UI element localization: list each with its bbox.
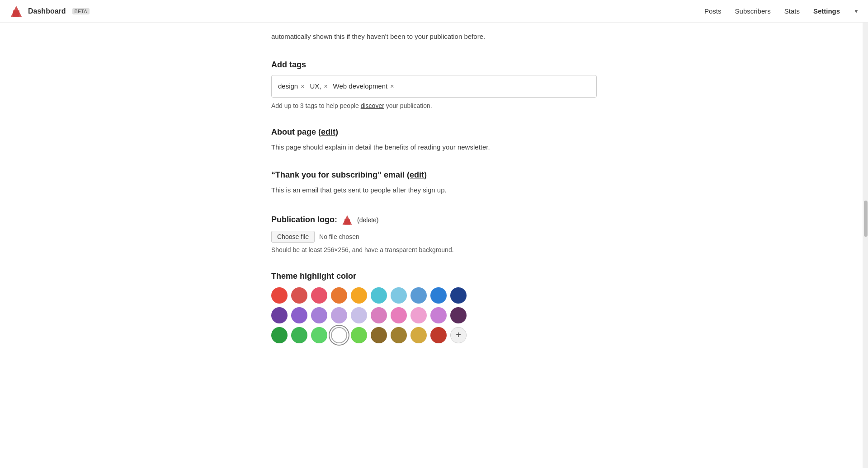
color-swatch-red1[interactable] [271, 287, 288, 304]
tag-webdev-label: Web development [333, 82, 388, 90]
tag-design-remove[interactable]: × [301, 83, 304, 90]
color-swatch-green2[interactable] [291, 327, 307, 343]
logo-thumbnail [341, 214, 354, 226]
logo-hint: Should be at least 256×256, and have a t… [271, 246, 597, 253]
nav-links: Posts Subscribers Stats Settings ▼ [704, 7, 859, 15]
thank-you-desc: This is an email that gets sent to peopl… [271, 185, 597, 196]
color-grid-row3: + [271, 327, 597, 343]
color-grid-row2 [271, 307, 597, 323]
color-swatch-yellow1[interactable] [351, 287, 367, 304]
color-swatch-lavender1[interactable] [331, 307, 347, 323]
nav-subscribers[interactable]: Subscribers [735, 7, 771, 15]
theme-color-section: Theme highlight color [271, 271, 597, 343]
nav-logo[interactable]: Dashboard BETA [9, 4, 90, 19]
publication-logo-title: Publication logo: [271, 215, 337, 225]
top-navigation: Dashboard BETA Posts Subscribers Stats S… [0, 0, 868, 23]
add-tags-section: Add tags design × UX, × Web development … [271, 60, 597, 109]
page-content: automatically shown this if they haven't… [262, 23, 606, 379]
color-swatch-purple2[interactable] [291, 307, 307, 323]
tag-webdev-remove[interactable]: × [390, 83, 394, 90]
color-swatch-gold1[interactable] [410, 327, 427, 343]
delete-logo-link[interactable]: (delete) [357, 216, 378, 224]
tag-ux: UX, × [310, 82, 327, 90]
color-swatch-darkpurple1[interactable] [450, 307, 467, 323]
color-swatch-brown1[interactable] [371, 327, 387, 343]
brand-icon [9, 4, 24, 19]
color-swatch-lime1[interactable] [351, 327, 367, 343]
publication-logo-header: Publication logo: (delete) [271, 214, 597, 226]
color-swatch-violet1[interactable] [430, 307, 447, 323]
color-swatch-lightgreen1[interactable] [311, 327, 327, 343]
tags-input-area[interactable]: design × UX, × Web development × [271, 75, 597, 98]
color-swatch-green1[interactable] [271, 327, 288, 343]
thank-you-title: “Thank you for subscribing” email (edit) [271, 170, 597, 180]
about-page-section: About page (edit) This page should expla… [271, 127, 597, 153]
color-swatch-white-selected[interactable] [331, 327, 347, 343]
color-grid-row1 [271, 287, 597, 304]
file-input-row: Choose file No file chosen [271, 231, 597, 243]
tag-webdev: Web development × [333, 82, 394, 90]
brand-name: Dashboard [28, 7, 66, 15]
scrollbar[interactable] [863, 23, 868, 379]
nav-chevron-icon: ▼ [854, 8, 859, 14]
nav-settings[interactable]: Settings [813, 7, 840, 15]
tags-hint: Add up to 3 tags to help people discover… [271, 102, 597, 109]
about-page-desc: This page should explain in detail the b… [271, 142, 597, 153]
color-swatch-purple1[interactable] [271, 307, 288, 323]
color-swatch-blue2[interactable] [430, 287, 447, 304]
color-swatch-pink3[interactable] [410, 307, 427, 323]
choose-file-button[interactable]: Choose file [271, 231, 315, 243]
about-page-title: About page (edit) [271, 127, 597, 137]
tag-ux-label: UX, [310, 82, 321, 90]
tag-ux-remove[interactable]: × [324, 83, 327, 90]
thank-you-edit-link[interactable]: edit [410, 170, 424, 179]
tag-design: design × [278, 82, 304, 90]
color-swatch-darkblue1[interactable] [450, 287, 467, 304]
scrollbar-thumb[interactable] [864, 201, 868, 237]
svg-rect-3 [344, 219, 350, 225]
color-swatch-mauve1[interactable] [371, 307, 387, 323]
color-swatch-orange1[interactable] [331, 287, 347, 304]
no-file-text: No file chosen [319, 233, 359, 240]
tag-design-label: design [278, 82, 298, 90]
color-swatch-cyan1[interactable] [371, 287, 387, 304]
color-swatch-tan1[interactable] [391, 327, 407, 343]
intro-text: automatically shown this if they haven't… [271, 23, 597, 42]
beta-badge: BETA [72, 8, 90, 14]
color-swatch-purple3[interactable] [311, 307, 327, 323]
color-swatch-blue1[interactable] [410, 287, 427, 304]
nav-posts[interactable]: Posts [704, 7, 722, 15]
color-add-button[interactable]: + [450, 327, 467, 343]
color-swatch-red2[interactable] [291, 287, 307, 304]
color-swatch-pink2[interactable] [391, 307, 407, 323]
color-swatch-crimson1[interactable] [430, 327, 447, 343]
add-tags-title: Add tags [271, 60, 597, 70]
about-page-edit-link[interactable]: edit [321, 127, 335, 136]
thank-you-section: “Thank you for subscribing” email (edit)… [271, 170, 597, 196]
color-swatch-pink1[interactable] [311, 287, 327, 304]
theme-color-title: Theme highlight color [271, 271, 597, 281]
svg-rect-1 [13, 10, 19, 17]
color-swatch-lavender2[interactable] [351, 307, 367, 323]
color-swatch-lightblue1[interactable] [391, 287, 407, 304]
publication-logo-section: Publication logo: (delete) Choose file N… [271, 214, 597, 253]
nav-stats[interactable]: Stats [784, 7, 800, 15]
discover-link[interactable]: discover [361, 102, 384, 109]
